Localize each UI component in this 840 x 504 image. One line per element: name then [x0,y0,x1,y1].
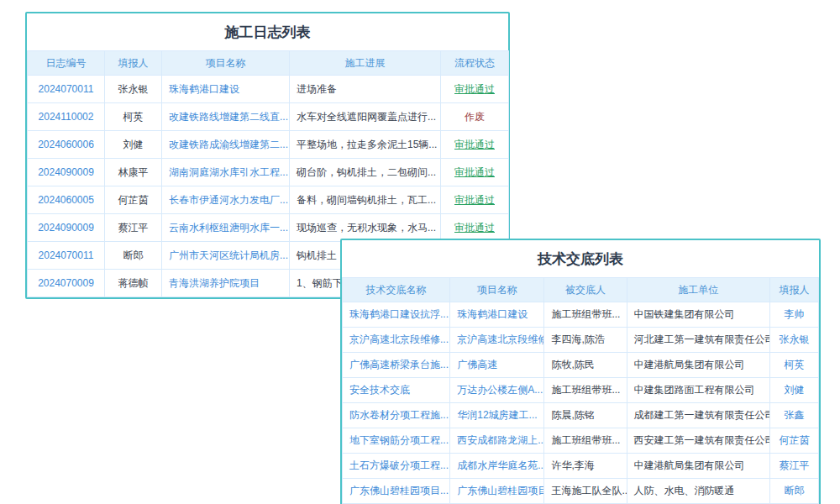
technical-disclosure-table: 技术交底名称 项目名称 被交底人 施工单位 填报人 珠海鹤港口建设抗浮...珠海… [342,277,819,504]
table-row[interactable]: 京沪高速北京段维修...京沪高速北京段维修李四海,陈浩河北建工第一建筑有限责任公… [343,328,819,353]
project-link[interactable]: 湖南洞庭湖水库引水工程... [162,159,290,186]
status-badge[interactable]: 作废 [441,103,509,131]
table-row[interactable]: 土石方爆破分项工程...成都水岸华庭名苑...许华,李海中建港航局集团有限公司蔡… [343,454,819,479]
progress-cell: 进场准备 [290,76,441,103]
disclosure-name-link[interactable]: 土石方爆破分项工程... [343,454,450,479]
unit-cell: 成都建工第一建筑有限责任公司 [627,403,769,428]
reporter-cell: 蒋德帧 [105,270,162,297]
project-link[interactable]: 广佛高速 [450,353,544,378]
disclosure-name-link[interactable]: 广东佛山碧桂园项目... [343,479,450,504]
project-link[interactable]: 珠海鹤港口建设 [162,76,290,103]
col-header-disclosure-name: 技术交底名称 [343,278,450,302]
table-header-row: 日志编号 填报人 项目名称 施工进展 流程状态 [28,51,509,76]
reporter-cell: 柯英 [105,103,162,131]
status-badge[interactable]: 审批通过 [441,131,509,159]
col-header-unit: 施工单位 [627,278,769,302]
disclosure-name-link[interactable]: 安全技术交底 [343,378,450,403]
reporter-cell: 断郎 [105,242,162,270]
person-cell: 陈牧,陈民 [544,353,627,378]
project-link[interactable]: 珠海鹤港口建设 [450,302,544,328]
progress-cell: 现场巡查，无积水现象，水马... [290,214,441,242]
log-id-link[interactable]: 2024090009 [28,214,105,242]
person-cell: 施工班组带班... [544,428,627,454]
reporter-link[interactable]: 断郎 [769,479,818,504]
table-row[interactable]: 2024060006刘健改建铁路成渝线增建第二...平整场地，拉走多余泥土15辆… [28,131,509,159]
unit-cell: 中建港航局集团有限公司 [627,353,769,378]
project-link[interactable]: 京沪高速北京段维修 [450,328,544,353]
reporter-cell: 林康平 [105,159,162,186]
table-row[interactable]: 广东佛山碧桂园项目...广东佛山碧桂园项目王海施工队全队...人防、水电、消防暖… [343,479,819,504]
table-row[interactable]: 安全技术交底万达办公楼左侧A...施工班组带班...中建集团路面工程有限公司刘健 [343,378,819,403]
col-header-reporter: 填报人 [769,278,818,302]
reporter-link[interactable]: 张永银 [769,328,818,353]
project-link[interactable]: 改建铁路线增建第二线直... [162,103,290,131]
project-link[interactable]: 广东佛山碧桂园项目 [450,479,544,504]
project-link[interactable]: 广州市天河区统计局机房... [162,242,290,270]
log-id-link[interactable]: 2024060006 [28,131,105,159]
status-badge[interactable]: 审批通过 [441,214,509,242]
table-row[interactable]: 2024110002柯英改建铁路线增建第二线直...水车对全线遮阳网覆盖点进行.… [28,103,509,131]
table-row[interactable]: 珠海鹤港口建设抗浮...珠海鹤港口建设施工班组带班...中国铁建集团有限公司李帅 [343,302,819,328]
person-cell: 王海施工队全队... [544,479,627,504]
table-row[interactable]: 2024090009林康平湖南洞庭湖水库引水工程...砌台阶，钩机排土，二包砌间… [28,159,509,186]
col-header-project: 项目名称 [162,51,290,76]
reporter-cell: 张永银 [105,76,162,103]
project-link[interactable]: 西安成都路龙湖上... [450,428,544,454]
person-cell: 施工班组带班... [544,302,627,328]
log-id-link[interactable]: 2024070011 [28,242,105,270]
log-id-link[interactable]: 2024070009 [28,270,105,297]
col-header-log-id: 日志编号 [28,51,105,76]
reporter-link[interactable]: 何芷茵 [769,428,818,454]
disclosure-name-link[interactable]: 防水卷材分项工程施... [343,403,450,428]
status-badge[interactable]: 审批通过 [441,159,509,186]
reporter-link[interactable]: 张鑫 [769,403,818,428]
log-id-link[interactable]: 2024070011 [28,76,105,103]
table-row[interactable]: 2024090009蔡江平云南水利枢纽溏明水库一...现场巡查，无积水现象，水马… [28,214,509,242]
disclosure-name-link[interactable]: 地下室钢筋分项工程... [343,428,450,454]
unit-cell: 中建集团路面工程有限公司 [627,378,769,403]
col-header-person: 被交底人 [544,278,627,302]
project-link[interactable]: 成都水岸华庭名苑... [450,454,544,479]
unit-cell: 河北建工第一建筑有限责任公司 [627,328,769,353]
col-header-project: 项目名称 [450,278,544,302]
table-row[interactable]: 防水卷材分项工程施...华润12城房建工...陈晨,陈铭成都建工第一建筑有限责任… [343,403,819,428]
progress-cell: 备料，砌间墙钩机排土，瓦工... [290,186,441,214]
reporter-link[interactable]: 李帅 [769,302,818,328]
project-link[interactable]: 长春市伊通河水力发电厂... [162,186,290,214]
status-badge[interactable]: 审批通过 [441,186,509,214]
project-link[interactable]: 云南水利枢纽溏明水库一... [162,214,290,242]
unit-cell: 西安建工第一建筑有限责任公司 [627,428,769,454]
person-cell: 施工班组带班... [544,378,627,403]
project-link[interactable]: 青海洪湖养护院项目 [162,270,290,297]
unit-cell: 中国铁建集团有限公司 [627,302,769,328]
disclosure-name-link[interactable]: 京沪高速北京段维修... [343,328,450,353]
progress-cell: 平整场地，拉走多余泥土15辆... [290,131,441,159]
progress-cell: 砌台阶，钩机排土，二包砌间... [290,159,441,186]
technical-disclosure-panel: 技术交底列表 技术交底名称 项目名称 被交底人 施工单位 填报人 珠海鹤港口建设… [340,239,821,504]
status-badge[interactable]: 审批通过 [441,76,509,103]
col-header-reporter: 填报人 [105,51,162,76]
disclosure-name-link[interactable]: 广佛高速桥梁承台施... [343,353,450,378]
reporter-link[interactable]: 柯英 [769,353,818,378]
reporter-link[interactable]: 刘健 [769,378,818,403]
log-id-link[interactable]: 2024060005 [28,186,105,214]
table-row[interactable]: 2024060005何芷茵长春市伊通河水力发电厂...备料，砌间墙钩机排土，瓦工… [28,186,509,214]
reporter-cell: 蔡江平 [105,214,162,242]
log-id-link[interactable]: 2024110002 [28,103,105,131]
project-link[interactable]: 改建铁路成渝线增建第二... [162,131,290,159]
log-id-link[interactable]: 2024090009 [28,159,105,186]
technical-disclosure-title: 技术交底列表 [342,240,819,277]
table-row[interactable]: 广佛高速桥梁承台施...广佛高速陈牧,陈民中建港航局集团有限公司柯英 [343,353,819,378]
disclosure-name-link[interactable]: 珠海鹤港口建设抗浮... [343,302,450,328]
person-cell: 陈晨,陈铭 [544,403,627,428]
person-cell: 许华,李海 [544,454,627,479]
project-link[interactable]: 万达办公楼左侧A... [450,378,544,403]
col-header-status: 流程状态 [441,51,509,76]
project-link[interactable]: 华润12城房建工... [450,403,544,428]
progress-cell: 水车对全线遮阳网覆盖点进行... [290,103,441,131]
reporter-link[interactable]: 蔡江平 [769,454,818,479]
table-header-row: 技术交底名称 项目名称 被交底人 施工单位 填报人 [343,278,819,302]
table-row[interactable]: 2024070011张永银珠海鹤港口建设进场准备审批通过 [28,76,509,103]
reporter-cell: 何芷茵 [105,186,162,214]
table-row[interactable]: 地下室钢筋分项工程...西安成都路龙湖上...施工班组带班...西安建工第一建筑… [343,428,819,454]
